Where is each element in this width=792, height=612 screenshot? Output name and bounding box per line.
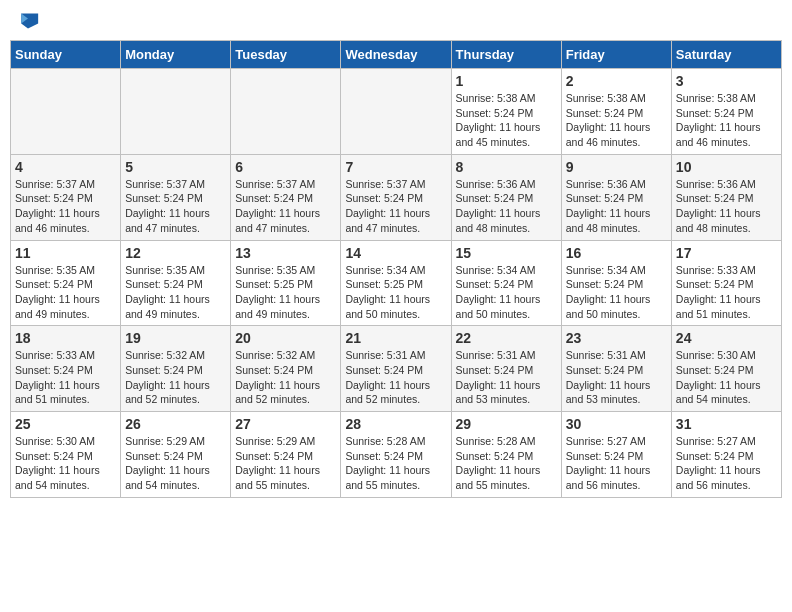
calendar-cell: 9Sunrise: 5:36 AMSunset: 5:24 PMDaylight… — [561, 154, 671, 240]
calendar-cell: 4Sunrise: 5:37 AMSunset: 5:24 PMDaylight… — [11, 154, 121, 240]
col-header-friday: Friday — [561, 41, 671, 69]
day-number: 21 — [345, 330, 446, 346]
calendar-cell: 15Sunrise: 5:34 AMSunset: 5:24 PMDayligh… — [451, 240, 561, 326]
calendar-cell — [11, 69, 121, 155]
calendar-cell: 14Sunrise: 5:34 AMSunset: 5:25 PMDayligh… — [341, 240, 451, 326]
col-header-thursday: Thursday — [451, 41, 561, 69]
day-number: 2 — [566, 73, 667, 89]
logo-icon — [14, 10, 42, 32]
day-info: Sunrise: 5:31 AMSunset: 5:24 PMDaylight:… — [345, 348, 446, 407]
day-number: 17 — [676, 245, 777, 261]
day-info: Sunrise: 5:34 AMSunset: 5:25 PMDaylight:… — [345, 263, 446, 322]
day-info: Sunrise: 5:36 AMSunset: 5:24 PMDaylight:… — [566, 177, 667, 236]
day-info: Sunrise: 5:37 AMSunset: 5:24 PMDaylight:… — [345, 177, 446, 236]
day-info: Sunrise: 5:30 AMSunset: 5:24 PMDaylight:… — [15, 434, 116, 493]
day-number: 26 — [125, 416, 226, 432]
day-info: Sunrise: 5:37 AMSunset: 5:24 PMDaylight:… — [235, 177, 336, 236]
calendar-week-row: 18Sunrise: 5:33 AMSunset: 5:24 PMDayligh… — [11, 326, 782, 412]
calendar-cell: 19Sunrise: 5:32 AMSunset: 5:24 PMDayligh… — [121, 326, 231, 412]
day-number: 5 — [125, 159, 226, 175]
day-info: Sunrise: 5:29 AMSunset: 5:24 PMDaylight:… — [125, 434, 226, 493]
day-info: Sunrise: 5:35 AMSunset: 5:25 PMDaylight:… — [235, 263, 336, 322]
day-info: Sunrise: 5:33 AMSunset: 5:24 PMDaylight:… — [15, 348, 116, 407]
day-info: Sunrise: 5:31 AMSunset: 5:24 PMDaylight:… — [566, 348, 667, 407]
day-info: Sunrise: 5:36 AMSunset: 5:24 PMDaylight:… — [456, 177, 557, 236]
calendar-table: SundayMondayTuesdayWednesdayThursdayFrid… — [10, 40, 782, 498]
calendar-week-row: 4Sunrise: 5:37 AMSunset: 5:24 PMDaylight… — [11, 154, 782, 240]
day-number: 31 — [676, 416, 777, 432]
day-number: 23 — [566, 330, 667, 346]
day-info: Sunrise: 5:28 AMSunset: 5:24 PMDaylight:… — [456, 434, 557, 493]
calendar-cell — [121, 69, 231, 155]
calendar-cell: 3Sunrise: 5:38 AMSunset: 5:24 PMDaylight… — [671, 69, 781, 155]
day-info: Sunrise: 5:27 AMSunset: 5:24 PMDaylight:… — [566, 434, 667, 493]
calendar-cell: 29Sunrise: 5:28 AMSunset: 5:24 PMDayligh… — [451, 412, 561, 498]
day-info: Sunrise: 5:35 AMSunset: 5:24 PMDaylight:… — [15, 263, 116, 322]
day-info: Sunrise: 5:38 AMSunset: 5:24 PMDaylight:… — [676, 91, 777, 150]
day-info: Sunrise: 5:30 AMSunset: 5:24 PMDaylight:… — [676, 348, 777, 407]
calendar-cell: 18Sunrise: 5:33 AMSunset: 5:24 PMDayligh… — [11, 326, 121, 412]
calendar-header-row: SundayMondayTuesdayWednesdayThursdayFrid… — [11, 41, 782, 69]
calendar-cell: 25Sunrise: 5:30 AMSunset: 5:24 PMDayligh… — [11, 412, 121, 498]
day-info: Sunrise: 5:28 AMSunset: 5:24 PMDaylight:… — [345, 434, 446, 493]
day-number: 7 — [345, 159, 446, 175]
day-info: Sunrise: 5:27 AMSunset: 5:24 PMDaylight:… — [676, 434, 777, 493]
day-number: 11 — [15, 245, 116, 261]
day-number: 28 — [345, 416, 446, 432]
calendar-cell: 10Sunrise: 5:36 AMSunset: 5:24 PMDayligh… — [671, 154, 781, 240]
calendar-cell: 30Sunrise: 5:27 AMSunset: 5:24 PMDayligh… — [561, 412, 671, 498]
calendar-cell: 7Sunrise: 5:37 AMSunset: 5:24 PMDaylight… — [341, 154, 451, 240]
day-number: 27 — [235, 416, 336, 432]
calendar-cell: 8Sunrise: 5:36 AMSunset: 5:24 PMDaylight… — [451, 154, 561, 240]
day-number: 22 — [456, 330, 557, 346]
calendar-cell: 2Sunrise: 5:38 AMSunset: 5:24 PMDaylight… — [561, 69, 671, 155]
day-number: 16 — [566, 245, 667, 261]
day-info: Sunrise: 5:32 AMSunset: 5:24 PMDaylight:… — [125, 348, 226, 407]
day-number: 15 — [456, 245, 557, 261]
calendar-cell: 31Sunrise: 5:27 AMSunset: 5:24 PMDayligh… — [671, 412, 781, 498]
col-header-sunday: Sunday — [11, 41, 121, 69]
day-number: 24 — [676, 330, 777, 346]
day-info: Sunrise: 5:34 AMSunset: 5:24 PMDaylight:… — [566, 263, 667, 322]
calendar-cell: 6Sunrise: 5:37 AMSunset: 5:24 PMDaylight… — [231, 154, 341, 240]
calendar-cell: 24Sunrise: 5:30 AMSunset: 5:24 PMDayligh… — [671, 326, 781, 412]
day-info: Sunrise: 5:32 AMSunset: 5:24 PMDaylight:… — [235, 348, 336, 407]
day-info: Sunrise: 5:31 AMSunset: 5:24 PMDaylight:… — [456, 348, 557, 407]
calendar-cell: 12Sunrise: 5:35 AMSunset: 5:24 PMDayligh… — [121, 240, 231, 326]
col-header-saturday: Saturday — [671, 41, 781, 69]
day-number: 9 — [566, 159, 667, 175]
calendar-week-row: 1Sunrise: 5:38 AMSunset: 5:24 PMDaylight… — [11, 69, 782, 155]
calendar-cell: 5Sunrise: 5:37 AMSunset: 5:24 PMDaylight… — [121, 154, 231, 240]
day-number: 6 — [235, 159, 336, 175]
calendar-cell — [231, 69, 341, 155]
day-info: Sunrise: 5:29 AMSunset: 5:24 PMDaylight:… — [235, 434, 336, 493]
calendar-cell: 17Sunrise: 5:33 AMSunset: 5:24 PMDayligh… — [671, 240, 781, 326]
day-info: Sunrise: 5:35 AMSunset: 5:24 PMDaylight:… — [125, 263, 226, 322]
day-info: Sunrise: 5:38 AMSunset: 5:24 PMDaylight:… — [456, 91, 557, 150]
calendar-cell: 21Sunrise: 5:31 AMSunset: 5:24 PMDayligh… — [341, 326, 451, 412]
day-number: 10 — [676, 159, 777, 175]
logo — [14, 10, 46, 32]
calendar-cell: 16Sunrise: 5:34 AMSunset: 5:24 PMDayligh… — [561, 240, 671, 326]
calendar-week-row: 25Sunrise: 5:30 AMSunset: 5:24 PMDayligh… — [11, 412, 782, 498]
day-number: 30 — [566, 416, 667, 432]
col-header-monday: Monday — [121, 41, 231, 69]
day-number: 20 — [235, 330, 336, 346]
col-header-tuesday: Tuesday — [231, 41, 341, 69]
calendar-cell: 23Sunrise: 5:31 AMSunset: 5:24 PMDayligh… — [561, 326, 671, 412]
day-number: 19 — [125, 330, 226, 346]
day-info: Sunrise: 5:37 AMSunset: 5:24 PMDaylight:… — [15, 177, 116, 236]
day-number: 29 — [456, 416, 557, 432]
calendar-cell: 11Sunrise: 5:35 AMSunset: 5:24 PMDayligh… — [11, 240, 121, 326]
calendar-cell: 26Sunrise: 5:29 AMSunset: 5:24 PMDayligh… — [121, 412, 231, 498]
calendar-cell: 1Sunrise: 5:38 AMSunset: 5:24 PMDaylight… — [451, 69, 561, 155]
day-number: 25 — [15, 416, 116, 432]
calendar-cell: 20Sunrise: 5:32 AMSunset: 5:24 PMDayligh… — [231, 326, 341, 412]
day-number: 14 — [345, 245, 446, 261]
day-number: 18 — [15, 330, 116, 346]
calendar-cell: 13Sunrise: 5:35 AMSunset: 5:25 PMDayligh… — [231, 240, 341, 326]
day-number: 1 — [456, 73, 557, 89]
day-info: Sunrise: 5:36 AMSunset: 5:24 PMDaylight:… — [676, 177, 777, 236]
day-info: Sunrise: 5:33 AMSunset: 5:24 PMDaylight:… — [676, 263, 777, 322]
day-info: Sunrise: 5:34 AMSunset: 5:24 PMDaylight:… — [456, 263, 557, 322]
